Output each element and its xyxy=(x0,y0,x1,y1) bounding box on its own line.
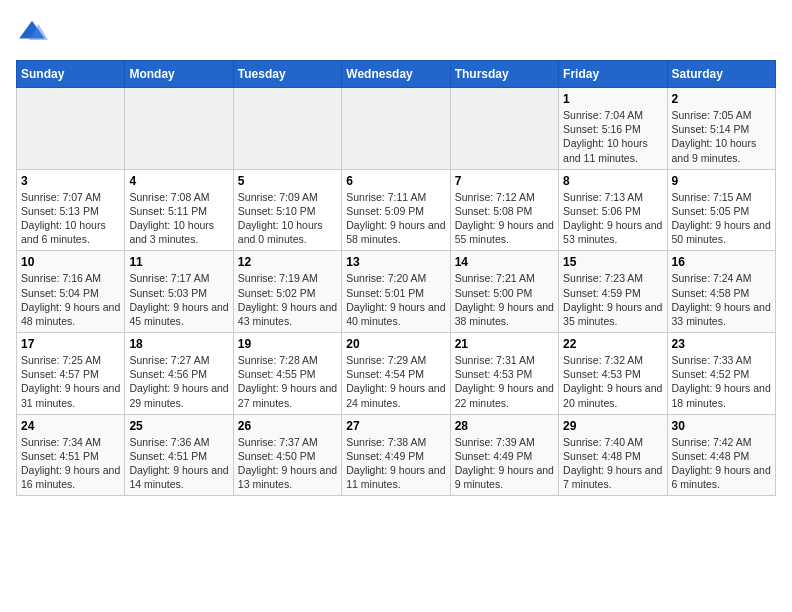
day-number: 13 xyxy=(346,255,445,269)
weekday-header: Monday xyxy=(125,61,233,88)
weekday-header: Wednesday xyxy=(342,61,450,88)
calendar-cell: 1Sunrise: 7:04 AMSunset: 5:16 PMDaylight… xyxy=(559,88,667,170)
calendar: SundayMondayTuesdayWednesdayThursdayFrid… xyxy=(16,60,776,496)
day-info: Sunrise: 7:21 AMSunset: 5:00 PMDaylight:… xyxy=(455,271,554,328)
day-info: Sunrise: 7:08 AMSunset: 5:11 PMDaylight:… xyxy=(129,190,228,247)
calendar-cell: 18Sunrise: 7:27 AMSunset: 4:56 PMDayligh… xyxy=(125,333,233,415)
week-row: 10Sunrise: 7:16 AMSunset: 5:04 PMDayligh… xyxy=(17,251,776,333)
calendar-cell: 6Sunrise: 7:11 AMSunset: 5:09 PMDaylight… xyxy=(342,169,450,251)
day-number: 23 xyxy=(672,337,771,351)
calendar-cell xyxy=(342,88,450,170)
day-info: Sunrise: 7:19 AMSunset: 5:02 PMDaylight:… xyxy=(238,271,337,328)
calendar-cell: 27Sunrise: 7:38 AMSunset: 4:49 PMDayligh… xyxy=(342,414,450,496)
day-number: 28 xyxy=(455,419,554,433)
day-number: 17 xyxy=(21,337,120,351)
day-number: 22 xyxy=(563,337,662,351)
day-info: Sunrise: 7:11 AMSunset: 5:09 PMDaylight:… xyxy=(346,190,445,247)
day-number: 16 xyxy=(672,255,771,269)
day-info: Sunrise: 7:15 AMSunset: 5:05 PMDaylight:… xyxy=(672,190,771,247)
day-info: Sunrise: 7:20 AMSunset: 5:01 PMDaylight:… xyxy=(346,271,445,328)
calendar-cell: 22Sunrise: 7:32 AMSunset: 4:53 PMDayligh… xyxy=(559,333,667,415)
day-info: Sunrise: 7:04 AMSunset: 5:16 PMDaylight:… xyxy=(563,108,662,165)
day-number: 25 xyxy=(129,419,228,433)
day-number: 24 xyxy=(21,419,120,433)
day-info: Sunrise: 7:24 AMSunset: 4:58 PMDaylight:… xyxy=(672,271,771,328)
calendar-cell: 4Sunrise: 7:08 AMSunset: 5:11 PMDaylight… xyxy=(125,169,233,251)
calendar-cell: 11Sunrise: 7:17 AMSunset: 5:03 PMDayligh… xyxy=(125,251,233,333)
day-number: 9 xyxy=(672,174,771,188)
calendar-cell: 5Sunrise: 7:09 AMSunset: 5:10 PMDaylight… xyxy=(233,169,341,251)
week-row: 17Sunrise: 7:25 AMSunset: 4:57 PMDayligh… xyxy=(17,333,776,415)
day-info: Sunrise: 7:42 AMSunset: 4:48 PMDaylight:… xyxy=(672,435,771,492)
calendar-cell: 20Sunrise: 7:29 AMSunset: 4:54 PMDayligh… xyxy=(342,333,450,415)
week-row: 24Sunrise: 7:34 AMSunset: 4:51 PMDayligh… xyxy=(17,414,776,496)
day-info: Sunrise: 7:12 AMSunset: 5:08 PMDaylight:… xyxy=(455,190,554,247)
weekday-header: Saturday xyxy=(667,61,775,88)
day-number: 11 xyxy=(129,255,228,269)
calendar-cell: 29Sunrise: 7:40 AMSunset: 4:48 PMDayligh… xyxy=(559,414,667,496)
weekday-header: Tuesday xyxy=(233,61,341,88)
week-row: 3Sunrise: 7:07 AMSunset: 5:13 PMDaylight… xyxy=(17,169,776,251)
day-number: 7 xyxy=(455,174,554,188)
calendar-cell xyxy=(233,88,341,170)
day-info: Sunrise: 7:29 AMSunset: 4:54 PMDaylight:… xyxy=(346,353,445,410)
day-info: Sunrise: 7:32 AMSunset: 4:53 PMDaylight:… xyxy=(563,353,662,410)
day-info: Sunrise: 7:23 AMSunset: 4:59 PMDaylight:… xyxy=(563,271,662,328)
calendar-cell: 21Sunrise: 7:31 AMSunset: 4:53 PMDayligh… xyxy=(450,333,558,415)
day-number: 2 xyxy=(672,92,771,106)
day-info: Sunrise: 7:27 AMSunset: 4:56 PMDaylight:… xyxy=(129,353,228,410)
calendar-cell xyxy=(125,88,233,170)
calendar-cell xyxy=(450,88,558,170)
calendar-cell: 8Sunrise: 7:13 AMSunset: 5:06 PMDaylight… xyxy=(559,169,667,251)
logo xyxy=(16,16,52,48)
week-row: 1Sunrise: 7:04 AMSunset: 5:16 PMDaylight… xyxy=(17,88,776,170)
calendar-cell: 12Sunrise: 7:19 AMSunset: 5:02 PMDayligh… xyxy=(233,251,341,333)
day-number: 10 xyxy=(21,255,120,269)
day-number: 14 xyxy=(455,255,554,269)
calendar-header: SundayMondayTuesdayWednesdayThursdayFrid… xyxy=(17,61,776,88)
day-info: Sunrise: 7:13 AMSunset: 5:06 PMDaylight:… xyxy=(563,190,662,247)
weekday-header: Friday xyxy=(559,61,667,88)
calendar-cell: 2Sunrise: 7:05 AMSunset: 5:14 PMDaylight… xyxy=(667,88,775,170)
weekday-header: Thursday xyxy=(450,61,558,88)
calendar-cell: 24Sunrise: 7:34 AMSunset: 4:51 PMDayligh… xyxy=(17,414,125,496)
day-number: 8 xyxy=(563,174,662,188)
logo-icon xyxy=(16,16,48,48)
calendar-cell: 15Sunrise: 7:23 AMSunset: 4:59 PMDayligh… xyxy=(559,251,667,333)
day-number: 20 xyxy=(346,337,445,351)
calendar-cell: 9Sunrise: 7:15 AMSunset: 5:05 PMDaylight… xyxy=(667,169,775,251)
calendar-cell: 14Sunrise: 7:21 AMSunset: 5:00 PMDayligh… xyxy=(450,251,558,333)
calendar-cell: 28Sunrise: 7:39 AMSunset: 4:49 PMDayligh… xyxy=(450,414,558,496)
calendar-cell: 13Sunrise: 7:20 AMSunset: 5:01 PMDayligh… xyxy=(342,251,450,333)
calendar-cell: 7Sunrise: 7:12 AMSunset: 5:08 PMDaylight… xyxy=(450,169,558,251)
day-number: 12 xyxy=(238,255,337,269)
calendar-cell: 19Sunrise: 7:28 AMSunset: 4:55 PMDayligh… xyxy=(233,333,341,415)
day-number: 21 xyxy=(455,337,554,351)
header xyxy=(16,16,776,48)
day-number: 6 xyxy=(346,174,445,188)
day-info: Sunrise: 7:37 AMSunset: 4:50 PMDaylight:… xyxy=(238,435,337,492)
day-info: Sunrise: 7:38 AMSunset: 4:49 PMDaylight:… xyxy=(346,435,445,492)
calendar-cell: 16Sunrise: 7:24 AMSunset: 4:58 PMDayligh… xyxy=(667,251,775,333)
calendar-cell: 3Sunrise: 7:07 AMSunset: 5:13 PMDaylight… xyxy=(17,169,125,251)
day-info: Sunrise: 7:16 AMSunset: 5:04 PMDaylight:… xyxy=(21,271,120,328)
day-number: 3 xyxy=(21,174,120,188)
day-info: Sunrise: 7:34 AMSunset: 4:51 PMDaylight:… xyxy=(21,435,120,492)
calendar-cell: 25Sunrise: 7:36 AMSunset: 4:51 PMDayligh… xyxy=(125,414,233,496)
day-info: Sunrise: 7:40 AMSunset: 4:48 PMDaylight:… xyxy=(563,435,662,492)
day-info: Sunrise: 7:28 AMSunset: 4:55 PMDaylight:… xyxy=(238,353,337,410)
day-info: Sunrise: 7:31 AMSunset: 4:53 PMDaylight:… xyxy=(455,353,554,410)
day-info: Sunrise: 7:05 AMSunset: 5:14 PMDaylight:… xyxy=(672,108,771,165)
calendar-body: 1Sunrise: 7:04 AMSunset: 5:16 PMDaylight… xyxy=(17,88,776,496)
calendar-cell: 17Sunrise: 7:25 AMSunset: 4:57 PMDayligh… xyxy=(17,333,125,415)
calendar-cell: 23Sunrise: 7:33 AMSunset: 4:52 PMDayligh… xyxy=(667,333,775,415)
calendar-cell xyxy=(17,88,125,170)
calendar-cell: 10Sunrise: 7:16 AMSunset: 5:04 PMDayligh… xyxy=(17,251,125,333)
day-info: Sunrise: 7:07 AMSunset: 5:13 PMDaylight:… xyxy=(21,190,120,247)
calendar-cell: 26Sunrise: 7:37 AMSunset: 4:50 PMDayligh… xyxy=(233,414,341,496)
day-number: 15 xyxy=(563,255,662,269)
calendar-cell: 30Sunrise: 7:42 AMSunset: 4:48 PMDayligh… xyxy=(667,414,775,496)
day-number: 1 xyxy=(563,92,662,106)
day-number: 30 xyxy=(672,419,771,433)
day-info: Sunrise: 7:17 AMSunset: 5:03 PMDaylight:… xyxy=(129,271,228,328)
